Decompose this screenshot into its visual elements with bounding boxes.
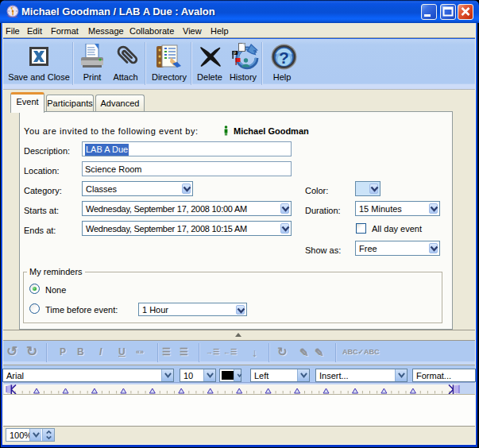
svg-text:?: ? — [279, 48, 289, 67]
